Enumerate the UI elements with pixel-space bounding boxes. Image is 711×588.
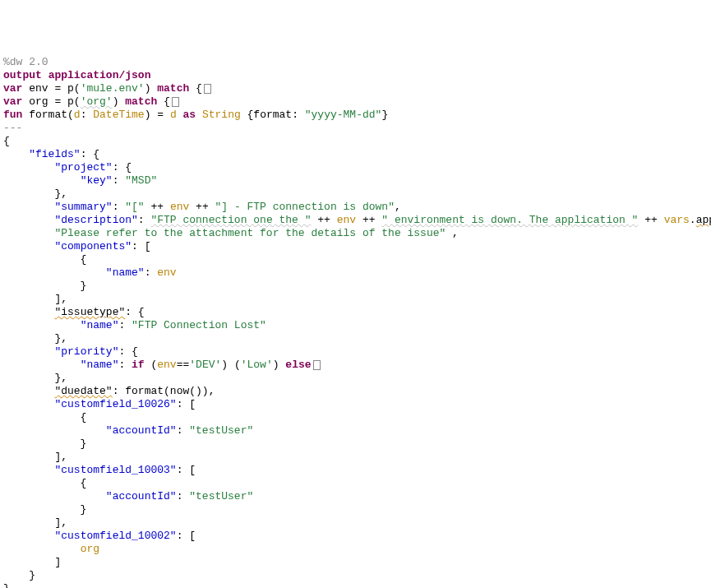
text-token: }, xyxy=(3,372,67,384)
text-token xyxy=(3,201,54,213)
code-line: "customfield_10003": [ xyxy=(3,464,708,477)
property-key-token: "accountId" xyxy=(106,424,177,437)
property-key-token: "accountId" xyxy=(106,490,177,502)
text-token xyxy=(3,319,81,331)
text-token xyxy=(3,266,106,279)
text-token: : [ xyxy=(177,398,196,410)
code-line: { xyxy=(3,253,708,266)
text-token: }, xyxy=(3,332,67,345)
keyword-token: fun xyxy=(3,109,22,121)
keyword-token: output xyxy=(3,69,42,81)
text-token: : xyxy=(118,319,132,331)
warning-token: appname xyxy=(696,214,711,226)
text-token: ( xyxy=(145,359,158,371)
code-line: "key": "MSD" xyxy=(3,174,708,188)
string-token: "testUser" xyxy=(189,490,253,502)
text-token: : [ xyxy=(177,464,196,476)
text-token: ) = xyxy=(145,109,170,121)
text-token xyxy=(3,490,106,502)
warning-token: "duedate" xyxy=(54,385,112,397)
property-key-token: "components" xyxy=(54,240,132,252)
text-token: env = p( xyxy=(22,82,80,95)
text-token xyxy=(3,398,54,410)
string-token: 'mule.env' xyxy=(81,82,145,95)
identifier-token: DateTime xyxy=(93,109,144,121)
text-token: } xyxy=(3,569,35,581)
text-token: ++ xyxy=(638,214,663,226)
string-token: "yyyy-MM-dd" xyxy=(305,109,382,121)
identifier-token: String xyxy=(202,109,241,121)
text-token: : xyxy=(113,174,126,187)
keyword-token: var xyxy=(3,95,22,108)
text-token: , xyxy=(446,227,459,239)
code-line: } xyxy=(3,280,708,293)
collapsed-fold-marker[interactable] xyxy=(313,360,321,370)
text-token xyxy=(3,359,81,371)
code-line: org xyxy=(3,543,708,556)
identifier-token: env xyxy=(157,266,176,279)
code-line: "accountId": "testUser" xyxy=(3,490,708,503)
property-key-token: "name" xyxy=(106,266,145,279)
string-token: "testUser" xyxy=(189,424,253,437)
text-token: : [ xyxy=(177,530,196,542)
text-token xyxy=(3,543,81,555)
string-token: "FTP connection one the " xyxy=(150,214,311,226)
text-token xyxy=(42,69,48,81)
code-line: ] xyxy=(3,556,708,569)
property-key-token: "name" xyxy=(81,359,119,371)
text-token: , xyxy=(395,201,401,213)
text-token: ], xyxy=(3,293,67,305)
text-token xyxy=(196,109,202,121)
keyword-token: as xyxy=(183,109,196,121)
text-token: . xyxy=(690,214,696,226)
text-token: {format: xyxy=(241,109,305,121)
code-line: fun format(d: DateTime) = d as String {f… xyxy=(3,109,708,122)
text-token: : xyxy=(118,359,132,371)
code-line: "name": if (env=='DEV') ('Low') else xyxy=(3,359,708,372)
text-token: ) ( xyxy=(221,359,240,371)
directive-token: --- xyxy=(3,122,22,134)
keyword-token: var xyxy=(3,82,22,95)
code-line: } xyxy=(3,438,708,451)
text-token: ++ xyxy=(356,214,381,226)
text-token: : xyxy=(113,201,126,213)
text-token xyxy=(3,240,54,252)
text-token: }, xyxy=(3,188,67,200)
keyword-token: match xyxy=(157,82,189,95)
text-token: : { xyxy=(118,345,137,358)
text-token xyxy=(3,385,54,397)
text-token: : [ xyxy=(132,240,150,252)
text-token: ++ xyxy=(312,214,337,226)
text-token: : xyxy=(177,490,190,502)
code-line: "issuetype": { xyxy=(3,306,708,319)
text-token: ++ xyxy=(189,201,215,213)
code-line: "summary": "[" ++ env ++ "] - FTP connec… xyxy=(3,201,708,214)
code-line: { xyxy=(3,411,708,424)
text-token: { xyxy=(3,253,86,266)
code-line: "accountId": "testUser" xyxy=(3,424,708,438)
string-token: "[" xyxy=(125,201,144,213)
collapsed-fold-marker[interactable] xyxy=(172,97,179,107)
text-token: : { xyxy=(113,161,132,174)
text-token: ) xyxy=(273,359,286,371)
code-editor-viewport[interactable]: %dw 2.0output application/jsonvar env = … xyxy=(3,56,708,588)
text-token: } xyxy=(381,109,388,121)
warning-token: "issuetype" xyxy=(54,306,125,318)
text-token: ) xyxy=(113,95,126,108)
text-token: { xyxy=(3,477,86,489)
property-key-token: "key" xyxy=(81,174,113,187)
code-line: "Please refer to the attachment for the … xyxy=(3,227,708,240)
property-key-token: "customfield_10003" xyxy=(54,464,176,476)
identifier-token: env xyxy=(337,214,356,226)
property-key-token: "customfield_10026" xyxy=(54,398,176,410)
string-token: " environment is down. The application " xyxy=(381,214,638,226)
text-token xyxy=(3,214,54,226)
collapsed-fold-marker[interactable] xyxy=(204,84,211,94)
identifier-token: vars xyxy=(664,214,690,226)
text-token: } xyxy=(3,280,86,292)
code-line: %dw 2.0 xyxy=(3,56,708,69)
code-line: } xyxy=(3,503,708,516)
string-token: 'Low' xyxy=(241,359,273,371)
text-token: { xyxy=(3,411,86,424)
code-line: "customfield_10002": [ xyxy=(3,530,708,543)
